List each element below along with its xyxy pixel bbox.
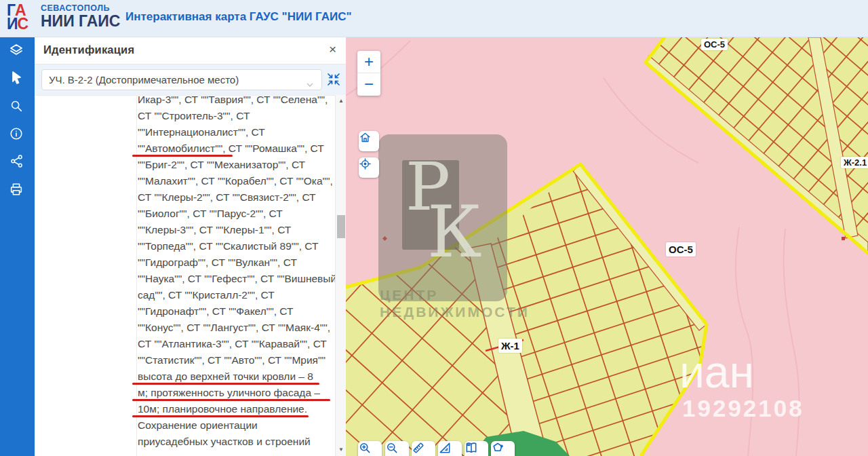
- attribute-text-line: ""Биолог"", СТ ""Парус-2"", СТ: [138, 206, 333, 222]
- identify-pointer-button[interactable]: [0, 65, 33, 93]
- chevron-down-icon: [305, 76, 315, 96]
- attribute-text-line: 10м; планировочное направление.: [138, 401, 333, 417]
- attributes-scroll-area[interactable]: Икар-3"", СТ ""Таврия"", СТ ""Селена"",С…: [35, 95, 335, 456]
- attribute-text-line: СТ ""Атлантика-3"", СТ ""Каравай"", СТ: [138, 336, 333, 352]
- cursor-arrow-icon: [8, 70, 24, 89]
- identification-panel: Идентификация × УЧ. В-2-2 (Достопримечат…: [33, 37, 346, 456]
- map-zoom-in-tool[interactable]: [358, 441, 382, 456]
- print-button[interactable]: [0, 176, 33, 204]
- attribute-text-line: СТ ""Клеры-2"", СТ ""Связист-2"", СТ: [138, 189, 333, 206]
- layers-button[interactable]: [0, 37, 33, 65]
- attribute-text-line: Икар-3"", СТ ""Таврия"", СТ ""Селена"",: [138, 95, 333, 108]
- attribute-text-line: ""Интернационалист"", СТ: [138, 124, 333, 140]
- close-icon[interactable]: ×: [329, 42, 336, 57]
- basemap-switch-tool[interactable]: [465, 441, 488, 456]
- page-title: Интерактивная карта ГАУС "НИИ ГАИС": [125, 10, 352, 24]
- collapse-arrows-icon: [327, 77, 340, 88]
- scrollbar-thumb[interactable]: [337, 215, 345, 238]
- attribute-text-line: ""Малахит"", СТ ""Корабел"", СТ ""Ока"",: [138, 173, 333, 189]
- panel-scrollbar[interactable]: ▲ ▼: [335, 95, 346, 456]
- panel-title-row: Идентификация ×: [35, 37, 346, 64]
- gais-logo: ГА ИС: [7, 3, 38, 33]
- print-icon: [9, 182, 24, 200]
- attribute-text-line: ""Конус"", СТ ""Лангуст"", СТ ""Маяк-4""…: [138, 320, 333, 336]
- share-icon: [9, 154, 24, 171]
- watermark-monogram-box: Р К: [378, 134, 507, 301]
- watermark-center-line1: ЦЕНТР: [380, 287, 438, 303]
- app-header: ГА ИС СЕВАСТОПОЛЬ НИИ ГАИС Интерактивная…: [0, 0, 868, 37]
- attribute-text-line: м; протяженность уличного фасада –: [138, 385, 333, 401]
- locate-me-button[interactable]: [359, 157, 379, 178]
- zone-label: ОС-5: [701, 39, 728, 50]
- measure-distance-tool[interactable]: [412, 441, 435, 456]
- search-icon: [9, 98, 24, 116]
- attribute-text-line: ""Автомобилист"", СТ ""Ромашка"", СТ: [138, 140, 333, 157]
- zone-label: Ж-1: [498, 339, 522, 353]
- watermark-corner-number: 19292108: [682, 395, 804, 422]
- attribute-text-line: высота до верхней точки кровли – 8: [138, 368, 333, 385]
- zone-label: Ж-2.1: [841, 157, 868, 168]
- info-button[interactable]: [0, 121, 33, 149]
- brand-text: СЕВАСТОПОЛЬ НИИ ГАИС: [41, 3, 120, 29]
- attribute-text-line: сад"", СТ ""Кристалл-2"", СТ: [138, 287, 333, 303]
- home-extent-button[interactable]: [359, 131, 379, 151]
- attribute-text-line: СТ ""Строитель-3"", СТ: [138, 108, 333, 124]
- measure-area-tool[interactable]: [438, 441, 462, 456]
- attribute-text-line: ""Клеры-3"", СТ ""Клеры-1"", СТ: [138, 222, 333, 238]
- object-select[interactable]: УЧ. В-2-2 (Достопримечательное место): [41, 69, 322, 90]
- attribute-text-line: приусадебных участков и строений: [138, 434, 333, 450]
- brand-org: НИИ ГАИС: [41, 13, 120, 29]
- tool-sidebar: [0, 37, 33, 456]
- watermark-letter-k: К: [427, 197, 482, 267]
- attribute-text-line: ""Бриг-2"", СТ ""Механизатор"", СТ: [138, 157, 333, 173]
- attribute-text-line: ""Гидронафт"", СТ ""Факел"", СТ: [138, 303, 333, 320]
- object-select-value: УЧ. В-2-2 (Достопримечательное место): [49, 74, 239, 86]
- attribute-column-divider: [136, 96, 137, 456]
- scroll-up-icon[interactable]: ▲: [336, 96, 347, 106]
- attribute-text-line: ""Наука"", СТ ""Гефест"", СТ ""Вишневый: [138, 271, 333, 287]
- watermark-center-line2: НЕДВИЖИМОСТИ: [380, 304, 530, 320]
- zone-label: ОС-5: [666, 242, 696, 256]
- draw-polygon-tool[interactable]: [491, 441, 515, 456]
- zoom-out-button[interactable]: −: [357, 73, 380, 96]
- search-button[interactable]: [0, 93, 33, 121]
- watermark-corner-word: иан: [679, 346, 754, 398]
- panel-title: Идентификация: [43, 43, 134, 56]
- attribute-value-lines: Икар-3"", СТ ""Таврия"", СТ ""Селена"",С…: [138, 95, 333, 450]
- attribute-text-line: Сохранение ориентации: [138, 417, 333, 434]
- share-button[interactable]: [0, 149, 33, 176]
- attribute-text-line: ""Гидрограф"", СТ ""Вулкан"", СТ: [138, 254, 333, 271]
- zoom-control: + −: [357, 51, 380, 96]
- info-icon: [9, 126, 24, 144]
- collapse-panel-button[interactable]: [327, 73, 340, 86]
- map-canvas[interactable]: Р К ЦЕНТР НЕДВИЖИМОСТИ иан 19292108 + −: [346, 37, 868, 456]
- attribute-text-line: ""Торпеда"", СТ ""Скалистый 89"", СТ: [138, 238, 333, 254]
- zoom-in-button[interactable]: +: [357, 51, 380, 73]
- object-selector-row: УЧ. В-2-2 (Достопримечательное место): [35, 64, 346, 95]
- map-zoom-out-tool[interactable]: [385, 441, 409, 456]
- application-window: ГА ИС СЕВАСТОПОЛЬ НИИ ГАИС Интерактивная…: [0, 0, 868, 456]
- scroll-down-icon[interactable]: ▼: [336, 445, 347, 455]
- brand-city: СЕВАСТОПОЛЬ: [41, 3, 120, 13]
- attribute-text-line: ""Статистик"", СТ ""Авто"", СТ ""Мрия"": [138, 352, 333, 368]
- layers-icon: [8, 42, 24, 61]
